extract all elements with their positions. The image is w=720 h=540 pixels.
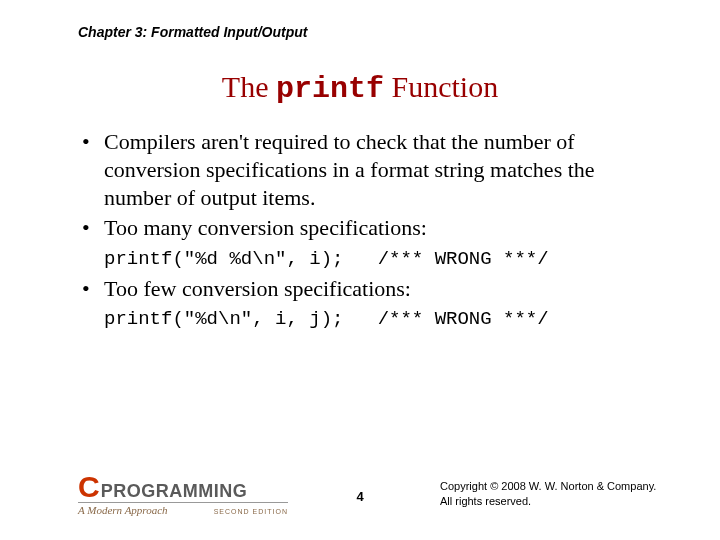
logo-edition: SECOND EDITION xyxy=(214,508,288,515)
slide-body: Compilers aren't required to check that … xyxy=(78,128,658,335)
logo-subtitle: A Modern Approach SECOND EDITION xyxy=(78,502,288,516)
chapter-header: Chapter 3: Formatted Input/Output xyxy=(78,24,307,40)
footer: C PROGRAMMING A Modern Approach SECOND E… xyxy=(0,466,720,516)
title-post: Function xyxy=(384,70,498,103)
copyright: Copyright © 2008 W. W. Norton & Company.… xyxy=(440,479,660,508)
copyright-line-2: All rights reserved. xyxy=(440,494,660,508)
bullet-2: Too many conversion specifications: xyxy=(78,214,658,242)
copyright-line-1: Copyright © 2008 W. W. Norton & Company. xyxy=(440,479,660,493)
title-code: printf xyxy=(276,72,384,106)
bullet-3: Too few conversion specifications: xyxy=(78,275,658,303)
slide-title: The printf Function xyxy=(0,70,720,106)
logo-approach: A Modern Approach xyxy=(78,504,168,516)
code-example-1: printf("%d %d\n", i); /*** WRONG ***/ xyxy=(78,247,658,271)
code-example-2: printf("%d\n", i, j); /*** WRONG ***/ xyxy=(78,307,658,331)
title-pre: The xyxy=(222,70,276,103)
bullet-1: Compilers aren't required to check that … xyxy=(78,128,658,212)
